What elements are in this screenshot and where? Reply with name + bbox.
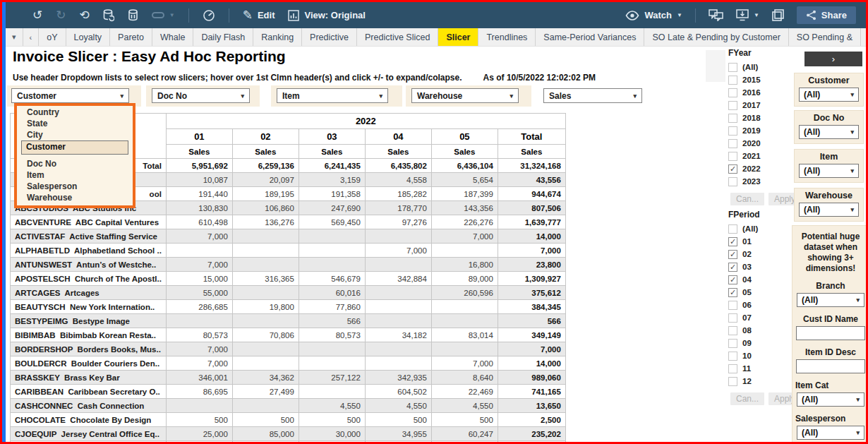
slicer-dropdown-doc-no[interactable]: Doc No▾ (152, 88, 250, 103)
revert-icon[interactable]: ⟲ (80, 9, 90, 21)
fyear-option-all[interactable]: (All) (728, 61, 792, 73)
fyear-option-2020[interactable]: 2020 (728, 137, 792, 150)
checkbox[interactable] (728, 88, 737, 97)
quick-filter-select-customer[interactable]: (All)▾ (799, 88, 859, 102)
comments-icon[interactable] (709, 9, 723, 21)
fyear-cancel-button[interactable]: Can... (730, 193, 764, 205)
tab-loyalty[interactable]: Loyalty (66, 28, 111, 46)
refresh-data-icon[interactable] (103, 9, 114, 22)
watch-button[interactable]: Watch ▼ (625, 10, 682, 20)
pause-updates-icon[interactable] (128, 9, 138, 22)
tab-predictive[interactable]: Predictive (302, 28, 357, 46)
fullscreen-icon[interactable] (772, 9, 784, 21)
quick-filter-select-warehouse[interactable]: (All)▾ (799, 203, 859, 217)
fperiod-option-03[interactable]: ✓03 (728, 260, 792, 273)
fperiod-option-01[interactable]: ✓01 (728, 235, 792, 248)
fyear-option-2022[interactable]: ✓2022 (728, 162, 792, 175)
checkbox[interactable] (728, 152, 737, 161)
menu-item-customer[interactable]: Customer (21, 140, 128, 155)
fperiod-option-08[interactable]: 08 (728, 324, 792, 337)
slicer-dropdown-customer[interactable]: Customer▾ (11, 88, 129, 103)
checkbox-checked[interactable]: ✓ (728, 237, 737, 246)
undo-icon[interactable]: ↺ (32, 9, 42, 21)
menu-item-doc-no[interactable]: Doc No (17, 159, 133, 170)
fperiod-option-02[interactable]: ✓02 (728, 248, 792, 260)
tab-predictive-sliced[interactable]: Predictive Sliced (357, 28, 438, 46)
tab-so-pending[interactable]: SO Pending & (789, 28, 861, 46)
tab-list-menu-icon[interactable]: ▾ (6, 28, 23, 46)
quick-filter-select-doc-no[interactable]: (All)▾ (799, 125, 859, 139)
checkbox[interactable] (728, 326, 737, 335)
checkbox[interactable] (728, 114, 737, 123)
menu-item-state[interactable]: State (17, 119, 133, 130)
slicer-dropdown-warehouse[interactable]: Warehouse▾ (411, 88, 519, 103)
fperiod-cancel-button[interactable]: Can... (730, 392, 764, 405)
checkbox-checked[interactable]: ✓ (728, 250, 737, 259)
download-button[interactable]: ▼ (736, 9, 759, 21)
checkbox[interactable] (728, 177, 737, 186)
scrollbar[interactable] (706, 50, 725, 82)
tab-pareto[interactable]: Pareto (110, 28, 152, 46)
edit-button[interactable]: ✎ Edit (243, 9, 275, 21)
collapse-panel-button[interactable]: › (804, 52, 862, 66)
checkbox[interactable] (728, 139, 737, 148)
checkbox[interactable] (728, 101, 737, 110)
tab-slicer[interactable]: Slicer (438, 28, 478, 46)
menu-item-warehouse[interactable]: Warehouse (17, 193, 133, 204)
checkbox[interactable] (728, 377, 737, 386)
fyear-option-2019[interactable]: 2019 (728, 124, 792, 137)
input-cust-id-name[interactable] (796, 326, 865, 340)
checkbox[interactable] (728, 301, 737, 310)
fyear-option-2017[interactable]: 2017 (728, 99, 792, 112)
select-item-cat[interactable]: (All)▾ (797, 392, 864, 407)
tab-whale[interactable]: Whale (152, 28, 193, 46)
chevron-down-icon[interactable]: ▼ (169, 12, 175, 18)
checkbox-checked[interactable]: ✓ (728, 275, 737, 284)
fyear-option-2018[interactable]: 2018 (728, 112, 792, 124)
data-connection-icon[interactable] (152, 12, 164, 18)
tab-ranking[interactable]: Ranking (253, 28, 302, 46)
fperiod-option-11[interactable]: 11 (728, 362, 792, 375)
slicer-dropdown-item[interactable]: Item▾ (277, 88, 388, 103)
tab-oy[interactable]: oY (39, 28, 66, 46)
fperiod-option-09[interactable]: 09 (728, 337, 792, 349)
fyear-option-2016[interactable]: 2016 (728, 86, 792, 99)
tab-daily-flash[interactable]: Daily Flash (193, 28, 253, 46)
checkbox[interactable] (728, 352, 737, 361)
tab-scroll-right-icon[interactable]: › (861, 28, 866, 46)
fyear-option-2021[interactable]: 2021 (728, 150, 792, 162)
menu-item-country[interactable]: Country (17, 107, 133, 119)
fperiod-option-all[interactable]: (All) (728, 222, 792, 235)
checkbox[interactable] (728, 364, 737, 373)
menu-item-city[interactable]: City (17, 130, 133, 141)
checkbox[interactable] (728, 126, 737, 136)
checkbox[interactable] (728, 224, 737, 234)
menu-item-salesperson[interactable]: Salesperson (17, 181, 133, 193)
checkbox[interactable] (728, 63, 737, 72)
checkbox[interactable] (728, 76, 737, 85)
quick-filter-select-item[interactable]: (All)▾ (799, 164, 859, 178)
fperiod-option-07[interactable]: 07 (728, 311, 792, 324)
checkbox-checked[interactable]: ✓ (728, 288, 737, 297)
checkbox[interactable] (728, 339, 737, 348)
input-item-id-desc[interactable] (796, 359, 865, 373)
slicer-dropdown-sales[interactable]: Sales▾ (543, 88, 642, 103)
fperiod-option-05[interactable]: ✓05 (728, 286, 792, 299)
tab-scroll-left-icon[interactable]: ‹ (23, 28, 40, 46)
checkbox-checked[interactable]: ✓ (728, 164, 737, 174)
fperiod-option-04[interactable]: ✓04 (728, 273, 792, 286)
fyear-option-2015[interactable]: 2015 (728, 73, 792, 86)
fperiod-option-10[interactable]: 10 (728, 349, 792, 362)
redo-icon[interactable]: ↻ (56, 9, 66, 21)
select-salesperson[interactable]: (All)▾ (797, 426, 864, 440)
tab-so-late-pending-by-customer[interactable]: SO Late & Pending by Customer (644, 28, 788, 46)
view-original-button[interactable]: View: Original (288, 10, 365, 21)
tab-trendlines[interactable]: Trendlines (478, 28, 536, 46)
checkbox[interactable] (728, 313, 737, 323)
select-branch[interactable]: (All)▾ (797, 293, 864, 307)
fperiod-option-12[interactable]: 12 (728, 375, 792, 388)
menu-item-item[interactable]: Item (17, 170, 133, 181)
fyear-option-2023[interactable]: 2023 (728, 175, 792, 188)
checkbox-checked[interactable]: ✓ (728, 263, 737, 272)
share-button[interactable]: Share (797, 6, 856, 24)
